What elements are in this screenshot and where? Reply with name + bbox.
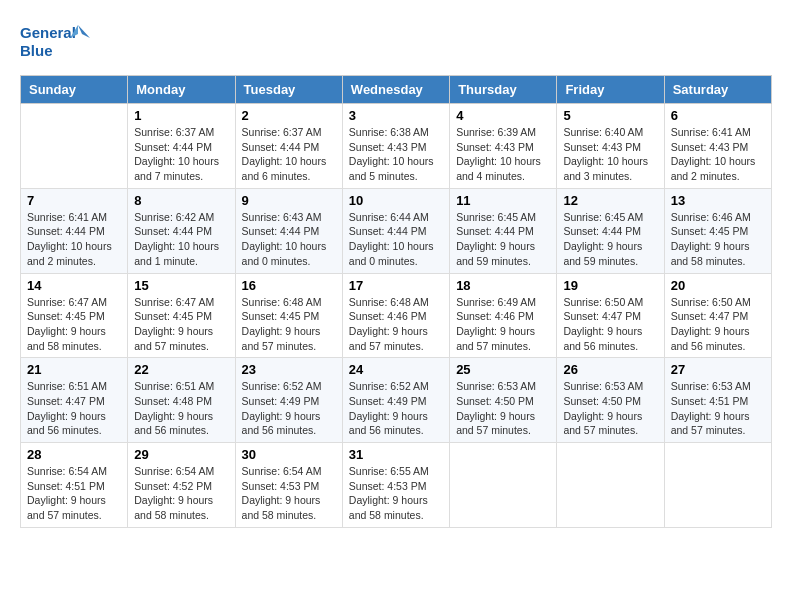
cell-info: Sunrise: 6:53 AM Sunset: 4:51 PM Dayligh… <box>671 379 765 438</box>
calendar-cell: 6Sunrise: 6:41 AM Sunset: 4:43 PM Daylig… <box>664 104 771 189</box>
calendar-cell: 3Sunrise: 6:38 AM Sunset: 4:43 PM Daylig… <box>342 104 449 189</box>
day-number: 1 <box>134 108 228 123</box>
weekday-header: Saturday <box>664 76 771 104</box>
cell-info: Sunrise: 6:44 AM Sunset: 4:44 PM Dayligh… <box>349 210 443 269</box>
cell-info: Sunrise: 6:50 AM Sunset: 4:47 PM Dayligh… <box>671 295 765 354</box>
cell-info: Sunrise: 6:54 AM Sunset: 4:53 PM Dayligh… <box>242 464 336 523</box>
weekday-header-row: SundayMondayTuesdayWednesdayThursdayFrid… <box>21 76 772 104</box>
cell-info: Sunrise: 6:53 AM Sunset: 4:50 PM Dayligh… <box>456 379 550 438</box>
weekday-header: Sunday <box>21 76 128 104</box>
cell-info: Sunrise: 6:52 AM Sunset: 4:49 PM Dayligh… <box>349 379 443 438</box>
day-number: 3 <box>349 108 443 123</box>
day-number: 14 <box>27 278 121 293</box>
calendar-week-row: 28Sunrise: 6:54 AM Sunset: 4:51 PM Dayli… <box>21 443 772 528</box>
calendar-cell: 30Sunrise: 6:54 AM Sunset: 4:53 PM Dayli… <box>235 443 342 528</box>
day-number: 5 <box>563 108 657 123</box>
cell-info: Sunrise: 6:38 AM Sunset: 4:43 PM Dayligh… <box>349 125 443 184</box>
calendar-cell: 14Sunrise: 6:47 AM Sunset: 4:45 PM Dayli… <box>21 273 128 358</box>
day-number: 11 <box>456 193 550 208</box>
svg-marker-2 <box>78 25 90 38</box>
day-number: 6 <box>671 108 765 123</box>
weekday-header: Thursday <box>450 76 557 104</box>
calendar-cell: 9Sunrise: 6:43 AM Sunset: 4:44 PM Daylig… <box>235 188 342 273</box>
day-number: 12 <box>563 193 657 208</box>
calendar-cell: 28Sunrise: 6:54 AM Sunset: 4:51 PM Dayli… <box>21 443 128 528</box>
logo: GeneralBlue <box>20 20 90 65</box>
calendar-cell: 4Sunrise: 6:39 AM Sunset: 4:43 PM Daylig… <box>450 104 557 189</box>
calendar-cell <box>21 104 128 189</box>
cell-info: Sunrise: 6:47 AM Sunset: 4:45 PM Dayligh… <box>134 295 228 354</box>
calendar-week-row: 1Sunrise: 6:37 AM Sunset: 4:44 PM Daylig… <box>21 104 772 189</box>
calendar-cell: 25Sunrise: 6:53 AM Sunset: 4:50 PM Dayli… <box>450 358 557 443</box>
day-number: 8 <box>134 193 228 208</box>
day-number: 30 <box>242 447 336 462</box>
day-number: 9 <box>242 193 336 208</box>
cell-info: Sunrise: 6:49 AM Sunset: 4:46 PM Dayligh… <box>456 295 550 354</box>
cell-info: Sunrise: 6:45 AM Sunset: 4:44 PM Dayligh… <box>563 210 657 269</box>
logo-icon: GeneralBlue <box>20 20 90 65</box>
weekday-header: Wednesday <box>342 76 449 104</box>
cell-info: Sunrise: 6:37 AM Sunset: 4:44 PM Dayligh… <box>134 125 228 184</box>
day-number: 21 <box>27 362 121 377</box>
day-number: 25 <box>456 362 550 377</box>
day-number: 22 <box>134 362 228 377</box>
day-number: 24 <box>349 362 443 377</box>
day-number: 23 <box>242 362 336 377</box>
calendar-week-row: 14Sunrise: 6:47 AM Sunset: 4:45 PM Dayli… <box>21 273 772 358</box>
day-number: 4 <box>456 108 550 123</box>
cell-info: Sunrise: 6:54 AM Sunset: 4:52 PM Dayligh… <box>134 464 228 523</box>
svg-text:Blue: Blue <box>20 42 53 59</box>
calendar-cell: 11Sunrise: 6:45 AM Sunset: 4:44 PM Dayli… <box>450 188 557 273</box>
cell-info: Sunrise: 6:51 AM Sunset: 4:47 PM Dayligh… <box>27 379 121 438</box>
calendar-cell: 5Sunrise: 6:40 AM Sunset: 4:43 PM Daylig… <box>557 104 664 189</box>
day-number: 18 <box>456 278 550 293</box>
calendar-cell: 1Sunrise: 6:37 AM Sunset: 4:44 PM Daylig… <box>128 104 235 189</box>
day-number: 20 <box>671 278 765 293</box>
svg-text:General: General <box>20 24 76 41</box>
day-number: 17 <box>349 278 443 293</box>
calendar-cell <box>557 443 664 528</box>
day-number: 27 <box>671 362 765 377</box>
day-number: 26 <box>563 362 657 377</box>
cell-info: Sunrise: 6:41 AM Sunset: 4:44 PM Dayligh… <box>27 210 121 269</box>
day-number: 2 <box>242 108 336 123</box>
calendar-cell: 24Sunrise: 6:52 AM Sunset: 4:49 PM Dayli… <box>342 358 449 443</box>
calendar-cell: 16Sunrise: 6:48 AM Sunset: 4:45 PM Dayli… <box>235 273 342 358</box>
calendar-week-row: 7Sunrise: 6:41 AM Sunset: 4:44 PM Daylig… <box>21 188 772 273</box>
calendar-cell: 31Sunrise: 6:55 AM Sunset: 4:53 PM Dayli… <box>342 443 449 528</box>
calendar-cell: 18Sunrise: 6:49 AM Sunset: 4:46 PM Dayli… <box>450 273 557 358</box>
cell-info: Sunrise: 6:42 AM Sunset: 4:44 PM Dayligh… <box>134 210 228 269</box>
calendar-cell: 20Sunrise: 6:50 AM Sunset: 4:47 PM Dayli… <box>664 273 771 358</box>
cell-info: Sunrise: 6:50 AM Sunset: 4:47 PM Dayligh… <box>563 295 657 354</box>
calendar-table: SundayMondayTuesdayWednesdayThursdayFrid… <box>20 75 772 528</box>
calendar-cell: 27Sunrise: 6:53 AM Sunset: 4:51 PM Dayli… <box>664 358 771 443</box>
calendar-cell <box>664 443 771 528</box>
day-number: 29 <box>134 447 228 462</box>
calendar-cell: 22Sunrise: 6:51 AM Sunset: 4:48 PM Dayli… <box>128 358 235 443</box>
calendar-cell: 29Sunrise: 6:54 AM Sunset: 4:52 PM Dayli… <box>128 443 235 528</box>
cell-info: Sunrise: 6:55 AM Sunset: 4:53 PM Dayligh… <box>349 464 443 523</box>
calendar-cell: 26Sunrise: 6:53 AM Sunset: 4:50 PM Dayli… <box>557 358 664 443</box>
cell-info: Sunrise: 6:41 AM Sunset: 4:43 PM Dayligh… <box>671 125 765 184</box>
cell-info: Sunrise: 6:48 AM Sunset: 4:46 PM Dayligh… <box>349 295 443 354</box>
day-number: 31 <box>349 447 443 462</box>
cell-info: Sunrise: 6:37 AM Sunset: 4:44 PM Dayligh… <box>242 125 336 184</box>
day-number: 19 <box>563 278 657 293</box>
page-header: GeneralBlue <box>20 20 772 65</box>
cell-info: Sunrise: 6:43 AM Sunset: 4:44 PM Dayligh… <box>242 210 336 269</box>
calendar-cell: 7Sunrise: 6:41 AM Sunset: 4:44 PM Daylig… <box>21 188 128 273</box>
cell-info: Sunrise: 6:47 AM Sunset: 4:45 PM Dayligh… <box>27 295 121 354</box>
day-number: 7 <box>27 193 121 208</box>
day-number: 13 <box>671 193 765 208</box>
calendar-cell: 13Sunrise: 6:46 AM Sunset: 4:45 PM Dayli… <box>664 188 771 273</box>
calendar-week-row: 21Sunrise: 6:51 AM Sunset: 4:47 PM Dayli… <box>21 358 772 443</box>
weekday-header: Tuesday <box>235 76 342 104</box>
day-number: 16 <box>242 278 336 293</box>
day-number: 28 <box>27 447 121 462</box>
calendar-cell: 17Sunrise: 6:48 AM Sunset: 4:46 PM Dayli… <box>342 273 449 358</box>
calendar-cell: 10Sunrise: 6:44 AM Sunset: 4:44 PM Dayli… <box>342 188 449 273</box>
cell-info: Sunrise: 6:40 AM Sunset: 4:43 PM Dayligh… <box>563 125 657 184</box>
weekday-header: Friday <box>557 76 664 104</box>
cell-info: Sunrise: 6:48 AM Sunset: 4:45 PM Dayligh… <box>242 295 336 354</box>
calendar-cell: 12Sunrise: 6:45 AM Sunset: 4:44 PM Dayli… <box>557 188 664 273</box>
